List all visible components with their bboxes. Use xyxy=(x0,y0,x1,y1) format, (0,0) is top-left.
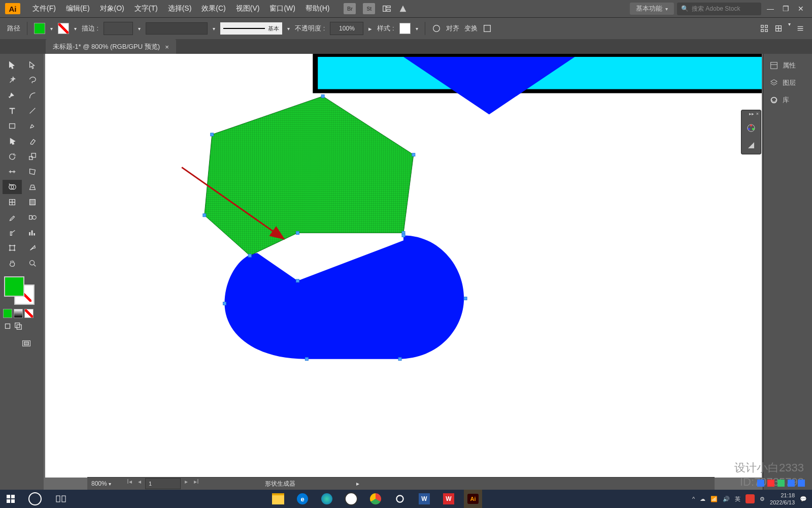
bridge-icon[interactable]: Br xyxy=(344,3,356,14)
edge-icon[interactable] xyxy=(318,490,336,508)
next-icon[interactable]: ▸ xyxy=(182,478,191,489)
document-tab[interactable]: 未标题-1* @ 800% (RGB/GPU 预览) × xyxy=(46,39,176,54)
line-tool[interactable] xyxy=(23,104,42,118)
artboard[interactable] xyxy=(45,54,762,478)
explorer-icon[interactable] xyxy=(269,490,287,508)
last-icon[interactable]: ▸I xyxy=(192,478,201,489)
libraries-panel-tab[interactable]: 库 xyxy=(763,91,812,109)
wps-icon[interactable]: W xyxy=(439,490,458,508)
minimize-button[interactable]: — xyxy=(764,4,776,14)
chevron-down-icon[interactable]: ▾ xyxy=(416,26,418,31)
illustrator-taskbar-icon[interactable]: Ai xyxy=(464,490,482,508)
scale-tool[interactable] xyxy=(23,149,42,164)
volume-icon[interactable]: 🔊 xyxy=(723,496,730,502)
floating-color-panel[interactable]: ▸▸× xyxy=(741,110,761,154)
swatches-panel-icon[interactable] xyxy=(741,137,761,154)
zoom-tool[interactable] xyxy=(23,256,42,270)
style-swatch[interactable] xyxy=(399,23,411,34)
edge-legacy-icon[interactable]: e xyxy=(293,490,312,508)
grid-icon[interactable] xyxy=(760,21,769,36)
cortana-icon[interactable] xyxy=(28,492,42,505)
workspace-switcher[interactable]: 基本功能▾ xyxy=(630,3,674,15)
draw-behind-icon[interactable] xyxy=(14,321,23,331)
artboard-number-input[interactable] xyxy=(145,478,181,489)
gradient-mode-icon[interactable] xyxy=(14,309,23,318)
menu-select[interactable]: 选择(S) xyxy=(163,2,197,15)
canvas[interactable]: 800% ▾ I◂◂ ▸▸I 形状生成器 ▸ xyxy=(44,54,763,490)
type-tool[interactable] xyxy=(3,104,22,118)
close-button[interactable]: ✕ xyxy=(795,4,807,14)
shape-builder-tool[interactable] xyxy=(3,180,22,194)
chevron-down-icon[interactable]: ▾ xyxy=(788,21,791,36)
wifi-icon[interactable]: 📶 xyxy=(710,496,718,502)
direct-selection-tool[interactable] xyxy=(23,58,42,72)
stroke-swatch[interactable] xyxy=(58,23,69,34)
artboard-tool[interactable] xyxy=(3,241,22,255)
paintbrush-tool[interactable] xyxy=(23,119,42,133)
close-icon[interactable]: × xyxy=(756,111,759,118)
shaper-tool[interactable] xyxy=(3,134,22,148)
tray-expand-icon[interactable]: ^ xyxy=(692,496,695,502)
pen-tool[interactable] xyxy=(3,88,22,103)
properties-panel-tab[interactable]: 属性 xyxy=(763,57,812,74)
prev-icon[interactable]: ◂ xyxy=(135,478,144,489)
chevron-down-icon[interactable]: ▾ xyxy=(287,26,290,31)
settings-tray-icon[interactable]: ⚙ xyxy=(760,496,765,502)
layers-panel-tab[interactable]: 图层 xyxy=(763,74,812,91)
column-graph-tool[interactable] xyxy=(23,226,42,240)
task-view-icon[interactable] xyxy=(52,490,70,508)
magic-wand-tool[interactable] xyxy=(3,73,22,87)
selection-tool[interactable] xyxy=(3,58,22,72)
draw-normal-icon[interactable] xyxy=(3,321,12,331)
opacity-input[interactable] xyxy=(330,22,363,35)
settings-icon[interactable] xyxy=(391,490,409,508)
color-mode-icon[interactable] xyxy=(3,309,12,318)
fill-stroke-control[interactable] xyxy=(4,276,35,305)
collapse-icon[interactable]: ▸▸ xyxy=(749,111,754,118)
rectangle-tool[interactable] xyxy=(3,119,22,133)
menu-effect[interactable]: 效果(C) xyxy=(196,2,230,15)
start-button[interactable] xyxy=(0,490,21,508)
curvature-tool[interactable] xyxy=(23,88,42,103)
menu-object[interactable]: 对象(O) xyxy=(95,2,129,15)
fill-color[interactable] xyxy=(4,276,24,297)
snap-icon[interactable] xyxy=(774,21,783,36)
width-tool[interactable] xyxy=(3,165,22,179)
perspective-grid-tool[interactable] xyxy=(23,180,42,194)
close-icon[interactable]: × xyxy=(165,43,169,51)
transform-button[interactable]: 变换 xyxy=(464,24,478,33)
chevron-down-icon[interactable]: ▾ xyxy=(213,26,215,31)
isolate-icon[interactable] xyxy=(483,21,492,36)
recolor-icon[interactable] xyxy=(432,21,441,36)
hand-tool[interactable] xyxy=(3,256,22,270)
brush-preset[interactable]: 基本 xyxy=(220,22,282,35)
slice-tool[interactable] xyxy=(23,241,42,255)
search-input[interactable]: 🔍搜索 Adobe Stock xyxy=(677,3,761,15)
clock[interactable]: 21:18 2022/6/13 xyxy=(770,492,795,506)
restore-button[interactable]: ❐ xyxy=(780,4,792,14)
chevron-down-icon[interactable]: ▾ xyxy=(74,26,77,31)
ime-indicator[interactable]: 英 xyxy=(735,495,740,503)
menu-view[interactable]: 视图(V) xyxy=(231,2,265,15)
blend-tool[interactable] xyxy=(23,210,42,225)
chevron-down-icon[interactable]: ▾ xyxy=(50,26,53,31)
fill-swatch[interactable] xyxy=(34,23,45,34)
menu-file[interactable]: 文件(F) xyxy=(27,2,61,15)
expand-icon[interactable]: ▸ xyxy=(368,25,372,33)
lasso-tool[interactable] xyxy=(23,73,42,87)
play-icon[interactable]: ▸ xyxy=(356,480,359,487)
chrome-icon[interactable] xyxy=(366,490,385,508)
notifications-icon[interactable]: 💬 xyxy=(800,496,807,502)
zoom-select[interactable]: 800% ▾ xyxy=(87,480,122,487)
menu-window[interactable]: 窗口(W) xyxy=(264,2,300,15)
sogou-icon[interactable] xyxy=(746,494,755,503)
stroke-profile-dropdown[interactable] xyxy=(146,22,208,35)
first-icon[interactable]: I◂ xyxy=(125,478,134,489)
stroke-weight-input[interactable] xyxy=(104,22,133,35)
free-transform-tool[interactable] xyxy=(23,165,42,179)
menu-help[interactable]: 帮助(H) xyxy=(300,2,334,15)
mesh-tool[interactable] xyxy=(3,195,22,209)
none-mode-icon[interactable] xyxy=(24,309,33,318)
symbol-sprayer-tool[interactable] xyxy=(3,226,22,240)
prefs-icon[interactable] xyxy=(796,21,805,36)
